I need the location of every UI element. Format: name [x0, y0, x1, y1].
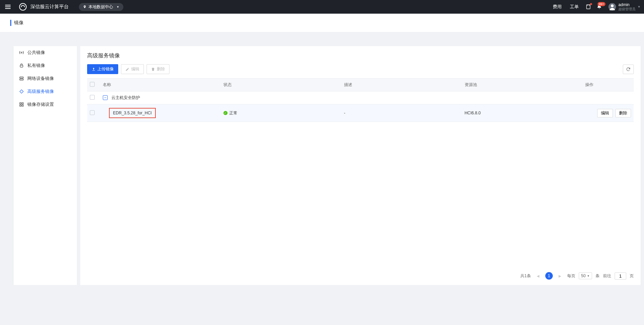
sidebar-item-public-image[interactable]: 公共镜像 [14, 46, 77, 59]
highlighted-image-name: EDR_3.5.28_for_HCI [109, 108, 156, 118]
sidebar-item-label: 私有镜像 [27, 62, 45, 69]
delete-label: 删除 [157, 66, 165, 72]
upload-label: 上传镜像 [97, 66, 114, 72]
total-suffix: 条 [527, 273, 531, 278]
trash-icon [151, 67, 155, 71]
per-page-value: 50 [581, 273, 586, 278]
platform-name: 深信服云计算平台 [30, 4, 69, 10]
col-pool: 资源池 [462, 79, 583, 91]
refresh-button[interactable] [623, 65, 634, 74]
refresh-icon [626, 67, 631, 72]
per-page-label: 每页 [567, 273, 575, 279]
sidebar-item-network-device-image[interactable]: 网络设备镜像 [14, 72, 77, 85]
location-icon [83, 5, 86, 9]
user-name: admin [618, 2, 635, 7]
svg-rect-6 [20, 77, 24, 78]
caret-down-icon: ▼ [587, 274, 590, 278]
col-action: 操作 [583, 79, 634, 91]
platform-logo-icon [19, 3, 27, 11]
table-group-row: − 云主机安全防护 [87, 91, 634, 104]
alert-icon-button[interactable] [586, 4, 591, 10]
group-label: 云主机安全防护 [111, 95, 140, 100]
sidebar-item-private-image[interactable]: 私有镜像 [14, 59, 77, 72]
nav-fee[interactable]: 费用 [553, 4, 562, 10]
status-cell: ✓ 正常 [223, 110, 237, 116]
server-icon [19, 76, 24, 81]
svg-rect-11 [22, 105, 23, 106]
next-page-button[interactable]: ▶ [556, 272, 564, 280]
svg-rect-9 [22, 103, 23, 104]
row-desc: - [341, 104, 462, 122]
svg-point-4 [21, 52, 22, 53]
pagination: 共1条 ◀ 1 ▶ 每页 50 ▼ 条 前往 页 [520, 272, 634, 280]
per-page-select[interactable]: 50 ▼ [579, 272, 592, 279]
per-page-suffix: 条 [595, 273, 600, 279]
sidebar-item-image-storage-settings[interactable]: 镜像存储设置 [14, 98, 77, 111]
col-name: 名称 [100, 79, 221, 91]
svg-rect-10 [20, 105, 21, 106]
notification-bell-button[interactable]: 99+ [597, 4, 602, 10]
svg-rect-5 [20, 65, 23, 67]
image-table: 名称 状态 描述 资源池 操作 − 云主机安全防护 [87, 78, 634, 122]
svg-rect-1 [587, 5, 590, 9]
diamond-icon [19, 89, 24, 94]
upload-image-button[interactable]: 上传镜像 [87, 64, 118, 74]
user-caret-down-icon: ▼ [638, 5, 641, 9]
caret-down-icon: ▼ [117, 5, 119, 9]
svg-point-0 [19, 3, 26, 10]
sidebar-item-label: 公共镜像 [27, 50, 45, 56]
page-tabs-bar: 镜像 [0, 14, 644, 32]
prev-page-button[interactable]: ◀ [534, 272, 542, 280]
total-text: 共1条 [520, 273, 531, 279]
total-count: 1 [524, 273, 527, 278]
goto-page-input[interactable] [615, 272, 626, 280]
main-panel: 高级服务镜像 上传镜像 编辑 删除 [80, 46, 641, 285]
svg-rect-7 [20, 79, 24, 80]
tree-collapse-toggle[interactable]: − [103, 95, 108, 100]
row-checkbox[interactable] [90, 110, 95, 115]
top-header: 深信服云计算平台 本地数据中心 ▼ 费用 工单 99+ admin 超级管理员 … [0, 0, 644, 14]
nav-ticket[interactable]: 工单 [570, 4, 579, 10]
total-prefix: 共 [520, 273, 524, 278]
col-status: 状态 [221, 79, 341, 91]
row-checkbox[interactable] [90, 95, 95, 100]
goto-label: 前往 [603, 273, 611, 279]
sidebar-item-label: 网络设备镜像 [27, 75, 54, 82]
delete-button[interactable]: 删除 [147, 64, 169, 74]
status-ok-icon: ✓ [223, 111, 228, 115]
table-row[interactable]: EDR_3.5.28_for_HCI ✓ 正常 - HCI6.8.0 [87, 104, 634, 122]
status-text: 正常 [229, 110, 237, 116]
hamburger-menu-button[interactable] [5, 3, 12, 10]
row-delete-button[interactable]: 删除 [615, 109, 631, 117]
lock-icon [19, 63, 24, 68]
datacenter-selector[interactable]: 本地数据中心 ▼ [79, 3, 123, 11]
col-desc: 描述 [341, 79, 462, 91]
sidebar-item-advanced-service-image[interactable]: 高级服务镜像 [14, 85, 77, 98]
goto-suffix: 页 [630, 273, 634, 279]
edit-label: 编辑 [131, 66, 139, 72]
notification-badge: 99+ [598, 2, 605, 6]
svg-rect-8 [20, 103, 21, 104]
row-name: EDR_3.5.28_for_HCI [113, 111, 152, 115]
user-role: 超级管理员 [618, 7, 635, 11]
row-pool: HCI6.8.0 [462, 104, 583, 122]
page-title: 高级服务镜像 [80, 46, 641, 64]
sidebar: 公共镜像 私有镜像 网络设备镜像 高级服务镜像 镜像存储设置 [14, 46, 77, 285]
alert-dot [590, 3, 592, 5]
broadcast-icon [19, 50, 24, 55]
user-avatar-icon [608, 3, 616, 11]
toolbar: 上传镜像 编辑 删除 [80, 64, 641, 78]
datacenter-label: 本地数据中心 [88, 4, 113, 10]
select-all-checkbox[interactable] [90, 82, 95, 87]
tab-images[interactable]: 镜像 [10, 20, 24, 26]
page-number-current[interactable]: 1 [545, 272, 553, 280]
svg-point-3 [611, 4, 614, 7]
row-edit-button[interactable]: 编辑 [597, 109, 613, 117]
user-menu[interactable]: admin 超级管理员 ▼ [608, 2, 641, 11]
sidebar-item-label: 镜像存储设置 [27, 101, 54, 108]
grid-icon [19, 102, 24, 107]
sidebar-item-label: 高级服务镜像 [27, 88, 54, 95]
edit-button[interactable]: 编辑 [121, 64, 144, 74]
pencil-icon [125, 67, 129, 71]
upload-icon [92, 67, 96, 71]
